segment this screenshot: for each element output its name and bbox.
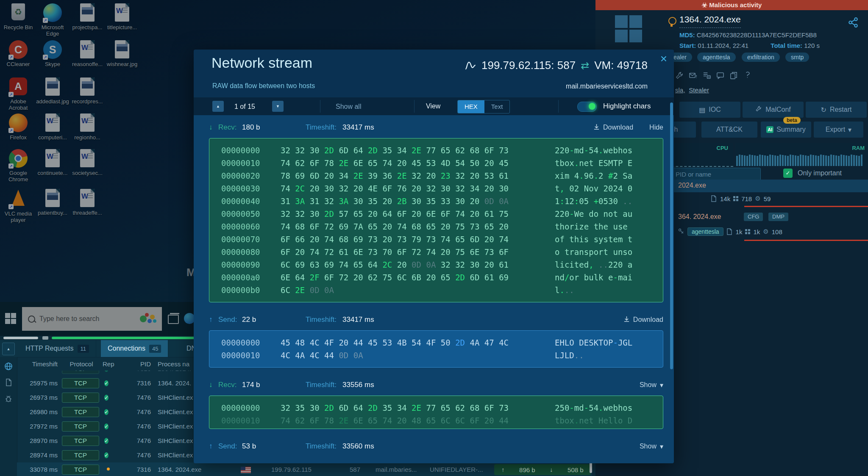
timeline-buffer: [3, 337, 38, 339]
hex-bytes: 32 32 30 2D 6D 64 2D 35 34 2E 77 65 62 6…: [281, 144, 531, 157]
cell-pid: 7476: [126, 394, 151, 401]
ioc-button[interactable]: ▤IOC: [679, 102, 740, 118]
cell-process-name: SIHClient.ex: [158, 408, 193, 415]
column-header-protocol[interactable]: Protocol: [64, 360, 98, 368]
ai-chip: AI: [766, 126, 773, 133]
modal-scrollbar[interactable]: [670, 102, 673, 369]
column-header-pid[interactable]: PID: [126, 360, 151, 368]
malware-family-links[interactable]: sla,Stealer: [675, 86, 713, 94]
exe-list-icon[interactable]: [702, 71, 711, 80]
link-stealer[interactable]: Stealer: [689, 86, 709, 94]
wrench-icon[interactable]: [675, 71, 684, 80]
cell-timeshift: 26980 ms: [19, 408, 58, 415]
hex-offset: 00000070: [221, 233, 281, 246]
message-icon[interactable]: [716, 71, 725, 80]
globe-icon[interactable]: [4, 362, 13, 371]
download-button[interactable]: Download: [623, 316, 663, 324]
export-button[interactable]: Export▾: [814, 122, 863, 138]
tag-smtp[interactable]: smtp: [785, 53, 809, 62]
protocol-badge: TCP: [62, 407, 99, 417]
process-stats: agenttesla1k1k⚙108: [678, 226, 868, 237]
cell-pid: 7316: [126, 466, 151, 473]
column-header-timeshift[interactable]: Timeshift: [19, 360, 58, 368]
cell-pid: 7476: [126, 423, 151, 430]
arrow-down-icon: ↓: [209, 381, 218, 389]
copy-icon[interactable]: [729, 71, 738, 80]
pulse-icon: [465, 60, 476, 72]
view-text-button[interactable]: Text: [484, 100, 510, 113]
summary-button[interactable]: AISummary: [761, 122, 811, 138]
gear-icon: ⚙: [755, 195, 760, 202]
stream-header-send: ↑Send:53 bTimeshift:33560 msShow▾: [209, 440, 663, 453]
cell-pid: 7476: [126, 451, 151, 459]
badge-cfg[interactable]: CFG: [744, 213, 763, 221]
cell-pid: 7476: [126, 437, 151, 444]
prev-stream-button[interactable]: ▲: [212, 101, 224, 112]
malconf-button[interactable]: MalConf: [743, 102, 804, 118]
hex-row: 0000001074 62 6F 78 2E 6E 65 74 20 48 65…: [221, 414, 663, 427]
restart-icon: ↻: [821, 106, 826, 114]
cell-process-name: SIHClient.ex: [158, 451, 193, 459]
cell-timeshift: 26973 ms: [19, 394, 58, 401]
document-icon[interactable]: [4, 378, 13, 387]
download-arrow-icon: ↓: [550, 466, 553, 473]
tab-http-requests[interactable]: HTTP Requests11: [19, 340, 96, 357]
arrow-up-icon: ↑: [209, 315, 218, 324]
cell-pid: 7316: [126, 379, 151, 387]
only-important-filter[interactable]: ✓ Only important: [783, 169, 842, 178]
checkbox-checked-icon[interactable]: ✓: [783, 169, 793, 178]
table-row-selected[interactable]: 33078 msTCP73161364. 2024.exe199.79.62.1…: [17, 462, 592, 476]
process-stats: 14k718⚙59: [711, 193, 868, 204]
hex-offset: 00000050: [221, 208, 281, 220]
modal-title: Network stream: [211, 55, 312, 71]
toggle-knob: [589, 103, 595, 110]
stream-direction-label: Recv:: [218, 123, 242, 132]
highlight-chars-toggle[interactable]: [577, 102, 597, 112]
next-stream-button[interactable]: ▼: [272, 101, 284, 112]
link-sla[interactable]: sla,: [675, 86, 685, 94]
show-all-button[interactable]: Show all: [336, 103, 361, 111]
view-hex-button[interactable]: HEX: [458, 100, 484, 113]
collapse-panel-button[interactable]: ▲: [2, 343, 15, 355]
hex-row: 000000a06E 64 2F 6F 72 20 62 75 6C 6B 20…: [221, 271, 663, 284]
tag-agenttesla[interactable]: agenttesla: [697, 53, 736, 62]
remote-endpoint: 199.79.62.115: 587: [481, 59, 576, 72]
restart-button[interactable]: ↻Restart: [806, 102, 867, 118]
hex-row: 000000806F 20 74 72 61 6E 73 70 6F 72 74…: [221, 246, 663, 258]
att-ck-button[interactable]: ATT&CK: [701, 122, 757, 138]
view-label: View: [426, 102, 440, 110]
action-buttons: ▤IOCMalConf↻Restart: [679, 102, 867, 118]
badge-dmp[interactable]: DMP: [768, 213, 788, 221]
hex-offset: 00000040: [221, 195, 281, 208]
us-flag-icon: [241, 467, 251, 473]
bug-icon[interactable]: [4, 394, 13, 403]
timeshift-value: 33560 ms: [342, 442, 374, 451]
mail-alert-icon[interactable]: [689, 71, 698, 80]
gear-icon: ⚙: [763, 228, 768, 235]
traffic-received: 508 b: [568, 466, 584, 473]
close-icon[interactable]: ×: [660, 52, 667, 66]
tag-agenttesla[interactable]: agenttesla: [687, 227, 723, 236]
hex-offset: 00000010: [221, 157, 281, 169]
timeline-thumb[interactable]: [42, 336, 48, 340]
stat-value: 1k: [736, 228, 743, 235]
sample-name[interactable]: 1364. 2024.exe: [679, 14, 741, 28]
cell-process-name: SIHClient.ex: [158, 394, 193, 401]
cell-process-name: 1364. 2024.: [158, 379, 191, 387]
show-button[interactable]: Show▾: [640, 443, 663, 451]
reputation-ok-icon: ✓: [104, 393, 113, 402]
download-icon: [593, 124, 600, 132]
timeshift-label: Timeshift:: [306, 315, 337, 324]
tag-exfiltration[interactable]: exfiltration: [742, 53, 780, 62]
hide-button[interactable]: Hide: [649, 124, 663, 131]
download-button[interactable]: Download: [593, 124, 633, 132]
question-icon[interactable]: [743, 71, 752, 80]
network-stream-modal: Network stream RAW data flow between two…: [194, 50, 674, 463]
share-icon[interactable]: [848, 17, 859, 28]
stream-direction-label: Recv:: [218, 381, 242, 389]
tab-connections[interactable]: Connections45: [101, 340, 168, 357]
show-button[interactable]: Show▾: [640, 381, 663, 389]
hex-row: 000000b06C 2E 0D 0Al...: [221, 284, 663, 296]
column-header-rep[interactable]: Rep: [103, 360, 124, 368]
hex-bytes: 6F 66 20 74 68 69 73 20 73 79 73 74 65 6…: [281, 233, 531, 246]
